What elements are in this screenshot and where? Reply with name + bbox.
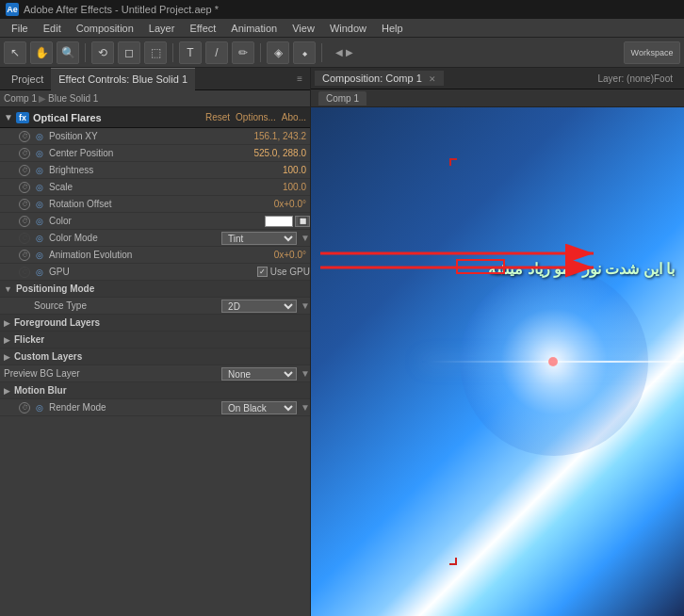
breadcrumb-comp[interactable]: Comp 1 <box>4 93 37 104</box>
toolbar-shape-tool[interactable]: ◈ <box>267 41 289 64</box>
property-position-xy: ⏱ ◎ Position XY 156.1, 243.2 <box>0 128 310 145</box>
effect-triangle[interactable]: ▼ <box>4 112 13 122</box>
fx-badge: fx <box>16 112 29 123</box>
menu-view[interactable]: View <box>285 21 322 36</box>
prop-label-position-xy: Position XY <box>49 131 253 141</box>
gpu-checkbox-label: Use GPU <box>270 267 310 277</box>
title-bar: Ae Adobe After Effects - Untitled Projec… <box>0 0 684 19</box>
toolbar-sep-1 <box>85 43 86 62</box>
panel-close-btn[interactable]: ≡ <box>293 73 306 84</box>
menu-file[interactable]: File <box>4 21 36 36</box>
menu-help[interactable]: Help <box>374 21 411 36</box>
toolbar-sep-3 <box>260 43 261 62</box>
stopwatch-anim-evo[interactable]: ⏱ <box>19 250 30 261</box>
menu-layer[interactable]: Layer <box>141 21 183 36</box>
annotation-text: با این شدت نور کمو زیاد میشه <box>488 260 675 278</box>
menu-effect[interactable]: Effect <box>182 21 223 36</box>
project-tab[interactable]: Project <box>4 68 51 90</box>
property-preview-bg-layer: Preview BG Layer None ▼ <box>0 365 310 382</box>
effect-controls-panel: ▼ fx Optical Flares Reset Options... Abo… <box>0 107 310 616</box>
toolbar-text-tool[interactable]: T <box>179 41 202 64</box>
stopwatch-color[interactable]: ⏱ <box>19 216 30 227</box>
positioning-mode-label: Positioning Mode <box>16 284 94 294</box>
reset-btn[interactable]: Reset <box>205 112 230 122</box>
property-animation-evolution: ⏱ ◎ Animation Evolution 0x+0.0° <box>0 247 310 264</box>
motion-blur-triangle[interactable]: ▶ <box>4 386 10 396</box>
right-panel: Composition: Comp 1 ✕ Layer: (none) Foot… <box>311 68 684 616</box>
preview-bg-dropdown[interactable]: None <box>221 367 297 381</box>
menu-composition[interactable]: Composition <box>69 21 141 36</box>
toolbar-workspace-btn[interactable]: Workspace <box>624 41 680 64</box>
positioning-mode-triangle[interactable]: ▼ <box>4 284 12 294</box>
prop-icon-brightness: ◎ <box>33 164 46 177</box>
prop-value-scale[interactable]: 100.0 <box>283 182 306 192</box>
stopwatch-scale[interactable]: ⏱ <box>19 182 30 193</box>
color-mode-dropdown[interactable]: Tint <box>221 232 297 245</box>
effect-controls-tab[interactable]: Effect Controls: Blue Solid 1 <box>51 68 195 90</box>
toolbar-hand-tool[interactable]: ✋ <box>30 41 53 64</box>
foreground-layers-triangle[interactable]: ▶ <box>4 318 10 328</box>
toolbar-rotate-tool[interactable]: ⟲ <box>91 41 114 64</box>
render-mode-dropdown[interactable]: On Black <box>221 401 297 414</box>
section-motion-blur: ▶ Motion Blur <box>0 382 310 399</box>
app-icon: Ae <box>6 3 19 16</box>
menu-animation[interactable]: Animation <box>223 21 285 36</box>
custom-layers-triangle[interactable]: ▶ <box>4 352 10 362</box>
stopwatch-center-position[interactable]: ⏱ <box>19 148 30 159</box>
prop-value-center-position[interactable]: 525.0, 288.0 <box>253 148 306 158</box>
composition-tab[interactable]: Composition: Comp 1 ✕ <box>315 71 444 86</box>
source-dropdown-arrow: ▼ <box>301 300 310 311</box>
prop-icon-center-position: ◎ <box>33 147 46 160</box>
toolbar-pen-tool[interactable]: / <box>205 41 228 64</box>
flare-center-dot <box>548 357 558 366</box>
prop-icon-rotation: ◎ <box>33 198 46 211</box>
gpu-checkbox[interactable] <box>257 267 268 277</box>
about-btn[interactable]: Abo... <box>282 112 306 122</box>
dropdown-arrow: ▼ <box>301 233 310 243</box>
stopwatch-rotation[interactable]: ⏱ <box>19 199 30 210</box>
prop-label-preview-bg: Preview BG Layer <box>4 368 221 379</box>
prop-label-render-mode: Render Mode <box>49 402 221 413</box>
render-mode-arrow: ▼ <box>301 402 310 413</box>
stopwatch-brightness[interactable]: ⏱ <box>19 165 30 176</box>
flicker-triangle[interactable]: ▶ <box>4 335 10 345</box>
options-btn[interactable]: Options... <box>236 112 276 122</box>
source-type-dropdown[interactable]: 2D <box>221 300 297 313</box>
comp-canvas: با این شدت نور کمو زیاد میشه <box>311 107 684 616</box>
toolbar-zoom-tool[interactable]: 🔍 <box>57 41 79 64</box>
property-color: ⏱ ◎ Color 🔲 <box>0 213 310 230</box>
comp-tab-bar: Comp 1 <box>311 89 684 107</box>
menu-bar: File Edit Composition Layer Effect Anima… <box>0 19 684 38</box>
prop-value-anim-evo[interactable]: 0x+0.0° <box>274 250 306 260</box>
panel-tabs: Project Effect Controls: Blue Solid 1 ≡ <box>0 68 310 90</box>
breadcrumb-layer[interactable]: Blue Solid 1 <box>48 93 98 104</box>
prop-value-position-xy[interactable]: 156.1, 243.2 <box>253 131 306 141</box>
property-source-type: Source Type 2D ▼ <box>0 298 310 315</box>
stopwatch-render-mode[interactable]: ⏱ <box>19 402 30 413</box>
toolbar-sep-2 <box>172 43 173 62</box>
color-pipette-btn[interactable]: 🔲 <box>295 216 310 227</box>
prop-label-color-mode: Color Mode <box>49 233 221 243</box>
toolbar-pan-tool[interactable]: ⬚ <box>144 41 167 64</box>
menu-window[interactable]: Window <box>322 21 374 36</box>
menu-edit[interactable]: Edit <box>36 21 69 36</box>
prop-value-rotation[interactable]: 0x+0.0° <box>274 199 306 209</box>
comp-inner-tab[interactable]: Comp 1 <box>318 91 366 105</box>
prop-icon-position-xy: ◎ <box>33 130 46 143</box>
toolbar-puppet-tool[interactable]: ⬥ <box>293 41 316 64</box>
color-swatch[interactable] <box>265 216 293 227</box>
property-rotation-offset: ⏱ ◎ Rotation Offset 0x+0.0° <box>0 196 310 213</box>
toolbar-select-tool[interactable]: ↖ <box>4 41 26 64</box>
comp-tab-close[interactable]: ✕ <box>429 74 436 84</box>
stopwatch-position-xy[interactable]: ⏱ <box>19 131 30 142</box>
section-foreground-layers: ▶ Foreground Layers <box>0 315 310 332</box>
breadcrumb: Comp 1 ▶ Blue Solid 1 <box>0 90 310 107</box>
section-positioning-mode: ▼ Positioning Mode <box>0 281 310 298</box>
toolbar-label: ◀ ▶ <box>335 47 353 57</box>
property-brightness: ⏱ ◎ Brightness 100.0 <box>0 162 310 179</box>
toolbar-brush-tool[interactable]: ✏ <box>232 41 254 64</box>
prop-value-brightness[interactable]: 100.0 <box>283 165 306 175</box>
toolbar-camera-tool[interactable]: ◻ <box>118 41 140 64</box>
prop-label-anim-evo: Animation Evolution <box>49 250 274 260</box>
stopwatch-gpu: ⏱ <box>19 267 30 278</box>
